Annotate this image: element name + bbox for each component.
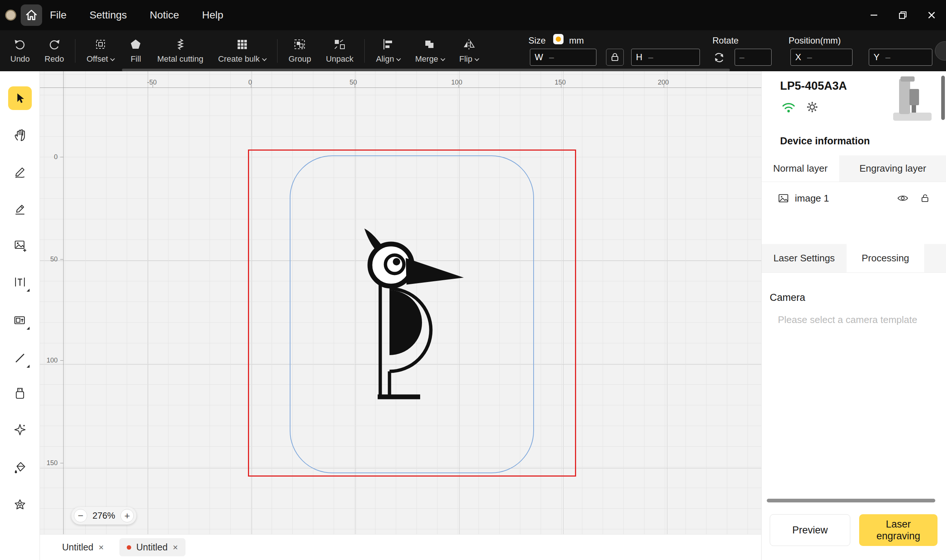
rotate-label: Rotate — [713, 35, 739, 46]
laser-engraving-button[interactable]: Laser engraving — [859, 514, 937, 546]
layer-list-item[interactable]: image 1 — [762, 186, 946, 210]
lock-icon — [610, 52, 620, 62]
fill-color-button[interactable] — [8, 456, 32, 480]
tab-laser-settings[interactable]: Laser Settings — [762, 244, 847, 272]
restore-icon — [898, 10, 907, 20]
height-input[interactable]: H– — [631, 49, 700, 66]
zoom-in-button[interactable]: + — [120, 509, 134, 522]
menu-notice[interactable]: Notice — [150, 9, 179, 21]
vector-edit-tool-button[interactable] — [8, 160, 32, 183]
material-test-button[interactable] — [8, 382, 32, 405]
zoom-level: 276% — [93, 511, 115, 521]
grid-icon — [235, 38, 249, 51]
home-button[interactable] — [21, 5, 42, 26]
camera-template-select[interactable]: Please select a camera template — [778, 314, 940, 326]
restore-button[interactable] — [888, 0, 917, 30]
create-bulk-button[interactable]: Create bulk — [211, 32, 273, 69]
home-icon — [25, 9, 38, 22]
text-tool-button[interactable] — [8, 270, 32, 294]
template-library-button[interactable] — [8, 308, 32, 332]
spring-icon — [174, 38, 187, 51]
toolbar-hscrollbar[interactable] — [122, 69, 730, 71]
tab-normal-layer[interactable]: Normal layer — [762, 155, 839, 182]
panel-hscrollbar[interactable] — [767, 499, 935, 502]
merge-icon — [423, 38, 437, 51]
zoom-control: − 276% + — [71, 507, 136, 525]
group-button[interactable]: Group — [281, 32, 318, 69]
tool-flyout-indicator — [26, 327, 29, 330]
minimize-button[interactable] — [860, 0, 888, 30]
layer-tabs: Normal layer Engraving layer — [762, 155, 946, 182]
menu-file[interactable]: File — [50, 9, 66, 21]
ruler-vertical — [63, 71, 63, 560]
pan-tool-button[interactable] — [8, 123, 32, 147]
layer-name: image 1 — [795, 193, 829, 204]
tab-close-icon[interactable]: × — [173, 542, 178, 552]
doc-tab-untitled-1[interactable]: Untitled × — [55, 538, 111, 556]
app-window: File Settings Notice Help — [0, 0, 946, 560]
close-icon — [927, 10, 937, 20]
canvas-image-woodpecker[interactable] — [359, 225, 465, 403]
unpack-button[interactable]: Unpack — [318, 32, 361, 69]
merge-button[interactable]: Merge — [407, 32, 452, 69]
undo-button[interactable]: Undo — [3, 32, 37, 69]
position-y-input[interactable]: Y– — [869, 49, 932, 66]
preview-button[interactable]: Preview — [770, 514, 850, 546]
image-icon — [778, 193, 789, 204]
size-label: Size — [528, 35, 546, 46]
chevron-down-icon — [440, 56, 445, 61]
toolbar-separator — [364, 39, 365, 63]
menu-help[interactable]: Help — [202, 9, 224, 21]
metal-cutting-button[interactable]: Metal cutting — [150, 32, 211, 69]
aspect-lock-button[interactable] — [606, 49, 624, 66]
rotate-icon — [713, 52, 725, 63]
pen-tool-button[interactable] — [8, 197, 32, 220]
tab-close-icon[interactable]: × — [99, 542, 104, 552]
group-icon — [293, 38, 307, 51]
menu-settings[interactable]: Settings — [90, 9, 127, 21]
width-input[interactable]: W– — [530, 49, 596, 66]
flip-icon — [462, 38, 476, 51]
processing-tabs: Laser Settings Processing — [762, 244, 946, 273]
device-name: LP5-405A3A — [780, 79, 847, 93]
magic-effects-button[interactable] — [8, 418, 32, 442]
zoom-out-button[interactable]: − — [74, 509, 87, 522]
close-button[interactable] — [917, 0, 946, 30]
tab-processing[interactable]: Processing — [847, 244, 924, 272]
creative-shapes-button[interactable] — [8, 493, 32, 517]
offset-button[interactable]: Offset — [79, 32, 122, 69]
image-import-button[interactable] — [8, 233, 32, 257]
doc-tab-untitled-2[interactable]: Untitled × — [119, 538, 185, 556]
eye-icon[interactable] — [897, 193, 909, 203]
fill-button[interactable]: Fill — [122, 32, 150, 69]
canvas[interactable]: -50 0 50 100 150 200 0 50 100 150 − 27 — [40, 71, 761, 560]
toolbar-separator — [75, 39, 76, 63]
device-photo — [888, 74, 936, 126]
rotate-input[interactable]: – — [735, 49, 772, 66]
lock-icon[interactable] — [920, 193, 930, 203]
ruler-label: 150 — [555, 78, 566, 86]
rotate-reset-button[interactable] — [713, 52, 725, 63]
pencil-icon — [12, 201, 27, 216]
panel-vscrollbar[interactable] — [941, 76, 945, 120]
image-add-icon — [12, 238, 27, 252]
chevron-down-icon — [111, 56, 115, 61]
position-x-input[interactable]: X– — [790, 49, 852, 66]
tab-engraving-layer[interactable]: Engraving layer — [839, 155, 946, 182]
toolbar-overflow-button[interactable] — [935, 42, 946, 60]
line-tool-button[interactable] — [8, 346, 32, 370]
wifi-icon — [781, 100, 796, 114]
select-tool-button[interactable] — [8, 86, 32, 110]
flip-button[interactable]: Flip — [452, 32, 486, 69]
gear-icon[interactable] — [805, 100, 819, 114]
unit-color-badge[interactable] — [553, 34, 563, 44]
align-button[interactable]: Align — [369, 32, 407, 69]
doc-tab-label: Untitled — [136, 542, 168, 552]
app-logo-icon — [5, 9, 16, 21]
position-label: Position(mm) — [789, 35, 841, 46]
ruler-horizontal — [40, 88, 761, 88]
line-icon — [12, 351, 27, 365]
redo-button[interactable]: Redo — [37, 32, 72, 69]
unsaved-dot-icon — [127, 545, 131, 550]
cursor-icon — [12, 91, 27, 106]
